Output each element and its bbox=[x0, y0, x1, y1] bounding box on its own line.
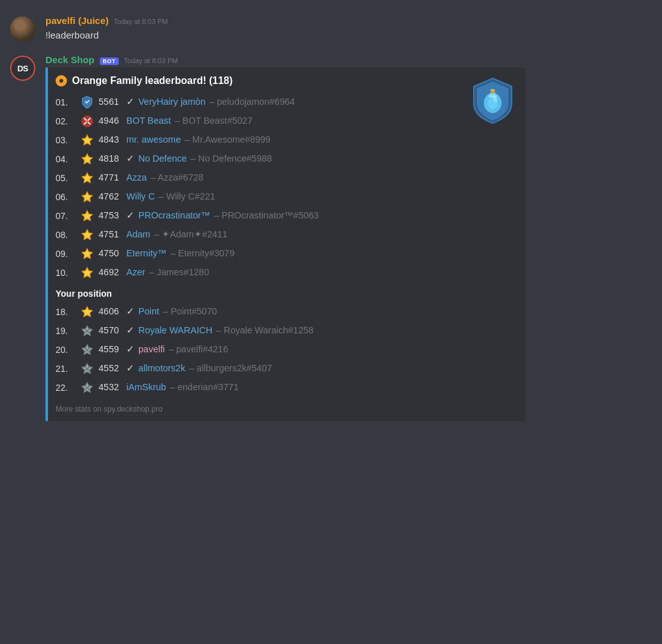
rank-icon bbox=[80, 189, 95, 205]
score: 4753 bbox=[99, 209, 123, 223]
verified-check: ✓ bbox=[126, 209, 135, 223]
player-name: PROcrastinator™ bbox=[138, 209, 210, 223]
player-tag: – enderian#3771 bbox=[170, 381, 239, 395]
rank-icon bbox=[80, 133, 95, 148]
score: 4750 bbox=[99, 247, 123, 261]
player-name: Azer bbox=[126, 266, 145, 280]
rank-number: 07. bbox=[56, 210, 76, 223]
player-name: Adam bbox=[126, 228, 150, 242]
avatar: ★ bbox=[10, 16, 35, 42]
rank-icon bbox=[80, 323, 95, 338]
player-tag: – peludojamon#6964 bbox=[209, 95, 294, 109]
player-tag: – Mr.Awesome#8999 bbox=[184, 133, 270, 147]
rank-icon bbox=[80, 361, 95, 376]
leaderboard-row: 01. 5561 ✓ VeryHairy jamòn – peludojamon… bbox=[56, 93, 515, 112]
player-name: pavelfi bbox=[138, 343, 165, 357]
player-name: No Defence bbox=[138, 152, 187, 166]
rank-number: 02. bbox=[56, 115, 76, 128]
leaderboard-row: 03. 4843 mr. awesome – Mr.Awesome#8999 bbox=[56, 131, 515, 150]
leaderboard-row: 10. 4692 Azer – James#1280 bbox=[56, 263, 515, 282]
rank-icon bbox=[80, 380, 95, 395]
score: 4552 bbox=[99, 362, 123, 376]
verified-check: ✓ bbox=[126, 362, 135, 376]
leaderboard-row: 04. 4818 ✓ No Defence – No Defence#5988 bbox=[56, 150, 515, 169]
rank-icon bbox=[80, 95, 95, 110]
score: 4762 bbox=[99, 190, 123, 204]
score: 4843 bbox=[99, 133, 123, 147]
leaderboard-row: 05. 4771 Azza – Azza#6728 bbox=[56, 169, 515, 188]
bot-message-header: Deck Shop BOT Today at 8:03 PM bbox=[45, 54, 652, 65]
score: 4751 bbox=[99, 228, 123, 242]
rank-number: 09. bbox=[56, 247, 76, 261]
player-tag: – James#1280 bbox=[149, 266, 209, 280]
rank-icon bbox=[80, 304, 95, 319]
rank-icon bbox=[80, 152, 95, 167]
bot-username: Deck Shop bbox=[45, 54, 95, 65]
score: 4559 bbox=[99, 343, 123, 357]
your-position-label: Your position bbox=[56, 289, 515, 299]
leaderboard-row: 19. 4570 ✓ Royale WARAICH – Royale Warai… bbox=[56, 321, 515, 340]
player-tag: – ✦Adam✦#2411 bbox=[154, 228, 227, 242]
player-tag: – Royale Waraich#1258 bbox=[216, 324, 313, 338]
svg-point-0 bbox=[18, 20, 28, 30]
verified-check: ✓ bbox=[126, 343, 135, 357]
rank-icon bbox=[80, 114, 95, 129]
bot-avatar: DS bbox=[10, 56, 35, 81]
svg-text:★: ★ bbox=[15, 28, 21, 34]
rank-number: 03. bbox=[56, 134, 76, 147]
rank-number: 01. bbox=[56, 96, 76, 109]
score: 4771 bbox=[99, 171, 123, 185]
player-tag: – BOT Beast#5027 bbox=[175, 114, 253, 128]
username: pavelfi (Juice) bbox=[45, 15, 109, 26]
chest-icon bbox=[467, 75, 518, 126]
orange-dot-icon bbox=[56, 75, 67, 86]
score: 4946 bbox=[99, 114, 123, 128]
leaderboard-row: 22. 4532 iAmSkrub – enderian#3771 bbox=[56, 378, 515, 397]
leaderboard-row: 07. 4753 ✓ PROcrastinator™ – PROcrastina… bbox=[56, 206, 515, 225]
user-message: ★ pavelfi (Juice) Today at 8:03 PM !lead… bbox=[0, 10, 662, 47]
rank-number: 05. bbox=[56, 172, 76, 185]
rank-number: 20. bbox=[56, 343, 76, 357]
rank-number: 22. bbox=[56, 381, 76, 395]
verified-check: ✓ bbox=[126, 95, 135, 109]
player-name: BOT Beast bbox=[126, 114, 171, 128]
svg-point-13 bbox=[86, 120, 88, 122]
position-entries: 18. 4606 ✓ Point – Point#5070 19. 4570 ✓… bbox=[56, 302, 515, 397]
score: 4606 bbox=[99, 305, 123, 319]
leaderboard-row: 08. 4751 Adam – ✦Adam✦#2411 bbox=[56, 225, 515, 244]
player-name: VeryHairy jamòn bbox=[138, 95, 205, 109]
ds-avatar-img: DS bbox=[10, 56, 35, 81]
player-tag: – No Defence#5988 bbox=[191, 152, 272, 166]
leaderboard-row: 09. 4750 Eternity™ – Eternity#3079 bbox=[56, 244, 515, 263]
rank-number: 04. bbox=[56, 153, 76, 166]
player-name: Point bbox=[138, 305, 159, 319]
timestamp: Today at 8:03 PM bbox=[114, 18, 168, 25]
player-tag: – allburgers2k#5407 bbox=[189, 362, 272, 376]
player-name: Royale WARAICH bbox=[138, 324, 212, 338]
rank-number: 06. bbox=[56, 191, 76, 204]
top-entries: 01. 5561 ✓ VeryHairy jamòn – peludojamon… bbox=[56, 93, 515, 282]
player-name: Willy C bbox=[126, 190, 155, 204]
score: 4692 bbox=[99, 266, 123, 280]
rank-number: 21. bbox=[56, 362, 76, 376]
player-tag: – Willy C#221 bbox=[159, 190, 215, 204]
verified-check: ✓ bbox=[126, 152, 135, 166]
score: 4570 bbox=[99, 324, 123, 338]
player-tag: – Azza#6728 bbox=[150, 171, 203, 185]
message-text: !leaderboard bbox=[45, 28, 652, 42]
rank-icon bbox=[80, 265, 95, 280]
rank-number: 08. bbox=[56, 229, 76, 242]
footer-text: More stats on spy.deckshop.pro bbox=[56, 405, 515, 414]
rank-icon bbox=[80, 170, 95, 186]
leaderboard-row: 02. 4946 BOT Beast – BOT Beast#5027 bbox=[56, 112, 515, 131]
verified-check: ✓ bbox=[126, 305, 135, 319]
score: 4532 bbox=[99, 381, 123, 395]
bot-timestamp: Today at 8:03 PM bbox=[124, 57, 178, 64]
message-header: pavelfi (Juice) Today at 8:03 PM bbox=[45, 15, 652, 26]
player-tag: – Point#5070 bbox=[163, 305, 217, 319]
embed-header: Orange Family leaderboard! (118) bbox=[56, 75, 515, 86]
rank-icon bbox=[80, 227, 95, 242]
rank-icon bbox=[80, 208, 95, 224]
player-tag: – pavelfi#4216 bbox=[169, 343, 228, 357]
leaderboard-row: 06. 4762 Willy C – Willy C#221 bbox=[56, 188, 515, 206]
